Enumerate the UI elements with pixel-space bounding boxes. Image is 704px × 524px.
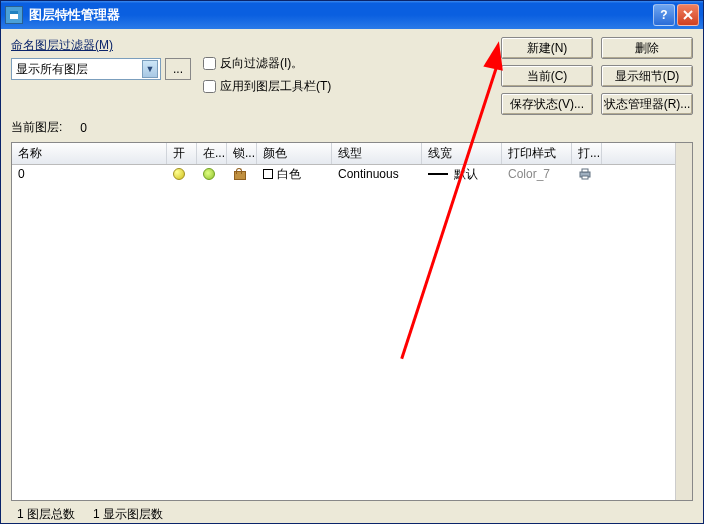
vertical-scrollbar[interactable]: [675, 143, 692, 500]
filter-browse-button[interactable]: ...: [165, 58, 191, 80]
color-swatch: [263, 169, 273, 179]
named-filter-link[interactable]: 命名图层过滤器(M): [11, 37, 191, 54]
svg-rect-6: [582, 176, 588, 179]
cell-color-text: 白色: [277, 166, 301, 183]
apply-toolbar-input[interactable]: [203, 80, 216, 93]
apply-toolbar-checkbox[interactable]: 应用到图层工具栏(T): [203, 78, 331, 95]
lock-icon: [233, 168, 245, 180]
help-button[interactable]: ?: [653, 4, 675, 26]
col-color[interactable]: 颜色: [257, 143, 332, 164]
invert-filter-label: 反向过滤器(I)。: [220, 55, 303, 72]
total-count: 1: [17, 507, 24, 521]
svg-rect-1: [10, 11, 18, 14]
cell-on[interactable]: [167, 168, 197, 180]
col-plotstyle[interactable]: 打印样式: [502, 143, 572, 164]
table-header: 名称 开 在... 锁... 颜色 线型 线宽 打印样式 打...: [12, 143, 675, 165]
state-manager-button[interactable]: 状态管理器(R)...: [601, 93, 693, 115]
svg-rect-5: [582, 169, 588, 172]
invert-filter-input[interactable]: [203, 57, 216, 70]
cell-freeze[interactable]: [197, 168, 227, 180]
cell-color[interactable]: 白色: [257, 166, 332, 183]
table-body[interactable]: 0 白色 Continuous 默认 Color_7: [12, 165, 675, 500]
status-bar: 1 图层总数 1 显示图层数: [11, 505, 693, 523]
cell-name: 0: [12, 167, 167, 181]
apply-toolbar-label: 应用到图层工具栏(T): [220, 78, 331, 95]
layer-table: 名称 开 在... 锁... 颜色 线型 线宽 打印样式 打... 0: [11, 142, 693, 501]
shown-label: 显示图层数: [103, 507, 163, 521]
total-label: 图层总数: [27, 507, 75, 521]
col-print[interactable]: 打...: [572, 143, 602, 164]
col-on[interactable]: 开: [167, 143, 197, 164]
cell-plotstyle: Color_7: [502, 167, 572, 181]
cell-lock[interactable]: [227, 168, 257, 180]
save-state-button[interactable]: 保存状态(V)...: [501, 93, 593, 115]
col-lock[interactable]: 锁...: [227, 143, 257, 164]
svg-rect-0: [10, 14, 18, 19]
current-layer-row: 当前图层: 0: [11, 115, 693, 142]
bulb-icon: [173, 168, 185, 180]
new-button[interactable]: 新建(N): [501, 37, 593, 59]
col-name[interactable]: 名称: [12, 143, 167, 164]
cell-print[interactable]: [572, 168, 602, 180]
sun-icon: [203, 168, 215, 180]
cell-lineweight-text: 默认: [454, 166, 478, 183]
lineweight-icon: [428, 173, 448, 175]
window-title: 图层特性管理器: [29, 6, 651, 24]
show-detail-button[interactable]: 显示细节(D): [601, 65, 693, 87]
shown-count: 1: [93, 507, 100, 521]
titlebar: 图层特性管理器 ?: [1, 1, 703, 29]
printer-icon: [578, 168, 592, 180]
current-layer-value: 0: [80, 121, 87, 135]
table-row[interactable]: 0 白色 Continuous 默认 Color_7: [12, 165, 675, 183]
filter-select[interactable]: 显示所有图层 ▼: [11, 58, 161, 80]
cell-lineweight[interactable]: 默认: [422, 166, 502, 183]
col-lineweight[interactable]: 线宽: [422, 143, 502, 164]
close-button[interactable]: [677, 4, 699, 26]
current-layer-label: 当前图层:: [11, 119, 62, 136]
filter-select-value: 显示所有图层: [16, 61, 88, 78]
app-icon: [5, 6, 23, 24]
col-freeze[interactable]: 在...: [197, 143, 227, 164]
delete-button[interactable]: 删除: [601, 37, 693, 59]
invert-filter-checkbox[interactable]: 反向过滤器(I)。: [203, 55, 331, 72]
col-linetype[interactable]: 线型: [332, 143, 422, 164]
cell-linetype[interactable]: Continuous: [332, 167, 422, 181]
current-button[interactable]: 当前(C): [501, 65, 593, 87]
chevron-down-icon: ▼: [142, 60, 158, 78]
